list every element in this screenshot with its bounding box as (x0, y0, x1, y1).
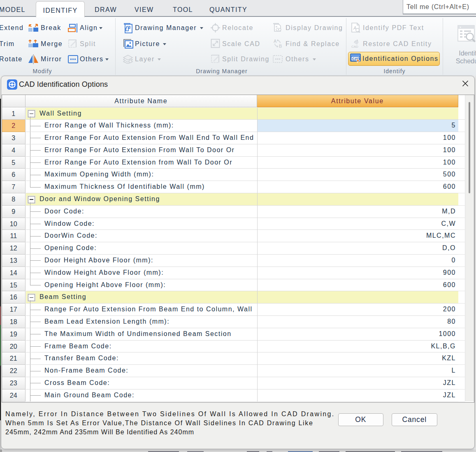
svg-text:CAD: CAD (351, 45, 358, 49)
svg-text:B: B (279, 44, 282, 49)
svg-text:A: A (274, 39, 277, 44)
